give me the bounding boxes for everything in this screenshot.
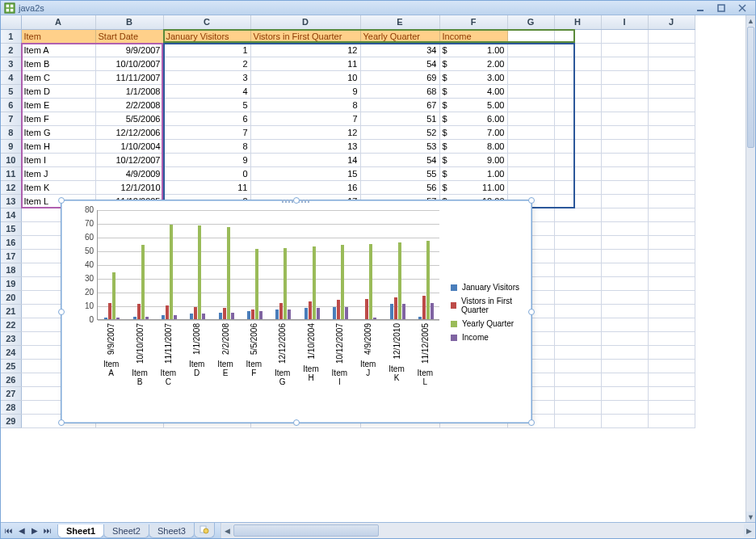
cell-G9[interactable] <box>507 139 554 153</box>
chart-resize-handle[interactable] <box>528 309 535 315</box>
sheet-nav-prev[interactable]: ◀ <box>15 524 28 537</box>
cell-I10[interactable] <box>601 153 648 166</box>
grid-container[interactable]: ABCDEFGHIJ1ItemStart DateJanuary Visitor… <box>1 15 746 522</box>
bar-Yearly Quarter[interactable] <box>284 248 287 319</box>
cell-I17[interactable] <box>601 249 648 263</box>
cell-G1[interactable] <box>507 29 554 43</box>
chart-resize-handle[interactable] <box>528 419 535 426</box>
row-header-16[interactable]: 16 <box>1 235 21 249</box>
bar-Vistors in First Quarter[interactable] <box>422 296 426 319</box>
cell-I13[interactable] <box>601 194 648 208</box>
cell-F5[interactable]: $4.00 <box>439 84 507 98</box>
row-header-8[interactable]: 8 <box>1 125 21 139</box>
bar-January Visitors[interactable] <box>304 308 308 319</box>
cell-H26[interactable] <box>554 373 601 386</box>
sheet-nav-next[interactable]: ▶ <box>28 524 41 537</box>
row-header-23[interactable]: 23 <box>1 331 21 345</box>
legend-item-0[interactable]: January Visitors <box>451 283 531 292</box>
cell-I23[interactable] <box>601 331 648 345</box>
col-header-H[interactable]: H <box>554 15 601 29</box>
row-header-19[interactable]: 19 <box>1 276 21 290</box>
cell-E3[interactable]: 54 <box>360 57 439 70</box>
cell-B6[interactable]: 2/2/2008 <box>95 98 163 112</box>
legend-item-1[interactable]: Vistors in First Quarter <box>451 297 531 314</box>
cell-C12[interactable]: 11 <box>163 180 250 194</box>
bar-Yearly Quarter[interactable] <box>112 272 116 319</box>
cell-D8[interactable]: 12 <box>250 125 360 139</box>
cell-G12[interactable] <box>507 180 554 194</box>
cell-I12[interactable] <box>601 180 648 194</box>
cell-J19[interactable] <box>648 276 695 290</box>
cell-B2[interactable]: 9/9/2007 <box>95 43 163 57</box>
cell-I9[interactable] <box>601 139 648 153</box>
cell-J1[interactable] <box>648 29 695 43</box>
cell-D6[interactable]: 8 <box>250 98 360 112</box>
row-header-13[interactable]: 13 <box>1 194 21 208</box>
chart-resize-handle[interactable] <box>528 197 535 204</box>
cell-H28[interactable] <box>554 400 601 414</box>
cell-J27[interactable] <box>648 386 695 400</box>
cell-G2[interactable] <box>507 43 554 57</box>
cell-H9[interactable] <box>554 139 601 153</box>
cell-H4[interactable] <box>554 70 601 84</box>
cell-A4[interactable]: Item C <box>21 70 95 84</box>
legend-item-2[interactable]: Yearly Quarter <box>451 319 531 328</box>
cell-H27[interactable] <box>554 386 601 400</box>
chart-resize-handle[interactable] <box>293 419 300 426</box>
cell-I16[interactable] <box>601 235 648 249</box>
cell-I20[interactable] <box>601 290 648 304</box>
cell-B12[interactable]: 12/1/2010 <box>95 180 163 194</box>
row-header-29[interactable]: 29 <box>1 414 21 427</box>
cell-I27[interactable] <box>601 386 648 400</box>
col-header-D[interactable]: D <box>250 15 360 29</box>
col-header-G[interactable]: G <box>507 15 554 29</box>
bar-January Visitors[interactable] <box>333 307 336 319</box>
cell-D11[interactable]: 15 <box>250 166 360 180</box>
bar-Vistors in First Quarter[interactable] <box>194 307 197 319</box>
col-header-C[interactable]: C <box>163 15 250 29</box>
cell-A1[interactable]: Item <box>21 29 95 43</box>
cell-F9[interactable]: $8.00 <box>439 139 507 153</box>
cell-H15[interactable] <box>554 221 601 235</box>
chart-resize-handle[interactable] <box>58 419 65 426</box>
cell-F8[interactable]: $7.00 <box>439 125 507 139</box>
cell-H7[interactable] <box>554 112 601 125</box>
bar-Vistors in First Quarter[interactable] <box>309 301 312 319</box>
row-header-11[interactable]: 11 <box>1 166 21 180</box>
vertical-scroll-thumb[interactable] <box>747 27 754 148</box>
bar-Income[interactable] <box>317 308 320 319</box>
bar-Yearly Quarter[interactable] <box>141 245 145 319</box>
row-header-15[interactable]: 15 <box>1 221 21 235</box>
cell-J2[interactable] <box>648 43 695 57</box>
cell-D1[interactable]: Vistors in First Quarter <box>250 29 360 43</box>
bar-Income[interactable] <box>259 311 262 319</box>
cell-D3[interactable]: 11 <box>250 57 360 70</box>
cell-D10[interactable]: 14 <box>250 153 360 166</box>
cell-D4[interactable]: 10 <box>250 70 360 84</box>
cell-B9[interactable]: 1/10/2004 <box>95 139 163 153</box>
cell-F10[interactable]: $9.00 <box>439 153 507 166</box>
cell-I18[interactable] <box>601 263 648 276</box>
cell-A8[interactable]: Item G <box>21 125 95 139</box>
col-header-A[interactable]: A <box>21 15 95 29</box>
cell-E4[interactable]: 69 <box>360 70 439 84</box>
bar-Vistors in First Quarter[interactable] <box>365 299 368 320</box>
cell-G5[interactable] <box>507 84 554 98</box>
cell-H6[interactable] <box>554 98 601 112</box>
row-header-2[interactable]: 2 <box>1 43 21 57</box>
minimize-button[interactable] <box>691 2 710 14</box>
chart-resize-handle[interactable] <box>58 309 65 315</box>
cell-H18[interactable] <box>554 263 601 276</box>
row-header-17[interactable]: 17 <box>1 249 21 263</box>
cell-C5[interactable]: 4 <box>163 84 250 98</box>
row-header-18[interactable]: 18 <box>1 263 21 276</box>
cell-G8[interactable] <box>507 125 554 139</box>
cell-F12[interactable]: $11.00 <box>439 180 507 194</box>
cell-H29[interactable] <box>554 414 601 427</box>
row-header-22[interactable]: 22 <box>1 318 21 331</box>
bar-Vistors in First Quarter[interactable] <box>279 303 283 319</box>
bar-Income[interactable] <box>174 315 177 319</box>
bar-Yearly Quarter[interactable] <box>341 245 344 319</box>
row-header-25[interactable]: 25 <box>1 359 21 373</box>
cell-E7[interactable]: 51 <box>360 112 439 125</box>
